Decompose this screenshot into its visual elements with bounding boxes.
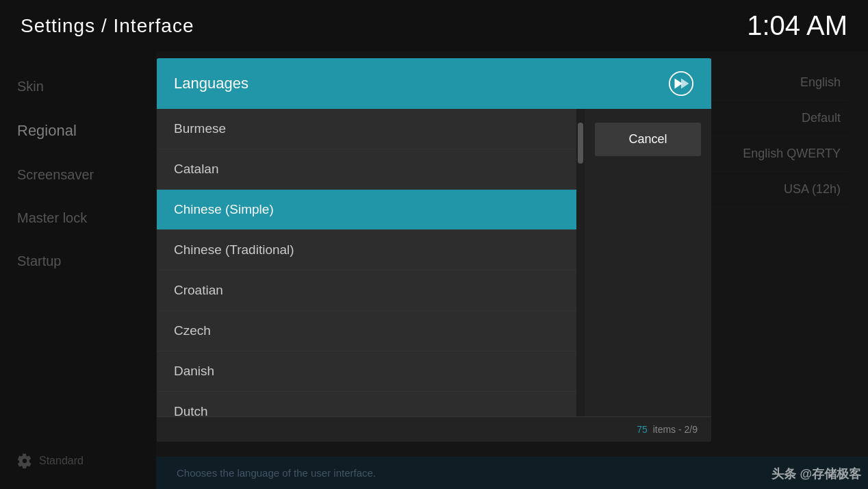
- page-info: 2/9: [685, 424, 698, 435]
- clock: 1:04 AM: [747, 10, 847, 41]
- cancel-area: Cancel: [585, 109, 711, 416]
- language-item-croatian[interactable]: Croatian: [157, 271, 576, 311]
- watermark: 头条 @存储极客: [771, 466, 861, 482]
- footer-left: [157, 417, 623, 442]
- dialog-body: Burmese Catalan Chinese (Simple) Chinese…: [157, 109, 711, 416]
- language-item-burmese[interactable]: Burmese: [157, 109, 576, 149]
- language-item-chinese-simple[interactable]: Chinese (Simple): [157, 190, 576, 230]
- scrollbar-thumb: [578, 123, 583, 164]
- dialog-footer: 75 items - 2/9: [157, 416, 711, 442]
- svg-marker-2: [681, 78, 689, 88]
- items-count: 75: [637, 424, 648, 435]
- items-counter: 75 items - 2/9: [623, 417, 711, 442]
- modal-overlay: Languages Burmese Catalan Chinese (Simpl…: [0, 51, 868, 489]
- language-list[interactable]: Burmese Catalan Chinese (Simple) Chinese…: [157, 109, 576, 416]
- list-scrollbar[interactable]: [576, 109, 585, 416]
- dialog-header: Languages: [157, 58, 711, 109]
- dialog-title: Languages: [174, 75, 248, 92]
- language-item-czech[interactable]: Czech: [157, 311, 576, 351]
- languages-dialog: Languages Burmese Catalan Chinese (Simpl…: [157, 58, 711, 442]
- language-item-danish[interactable]: Danish: [157, 351, 576, 392]
- page-title: Settings / Interface: [21, 15, 194, 37]
- language-item-catalan[interactable]: Catalan: [157, 149, 576, 190]
- language-item-dutch[interactable]: Dutch: [157, 392, 576, 416]
- language-item-chinese-traditional[interactable]: Chinese (Traditional): [157, 230, 576, 271]
- kodi-logo-icon: [668, 71, 694, 97]
- cancel-button[interactable]: Cancel: [595, 123, 701, 156]
- items-label: items -: [653, 424, 682, 435]
- header: Settings / Interface 1:04 AM: [0, 0, 868, 51]
